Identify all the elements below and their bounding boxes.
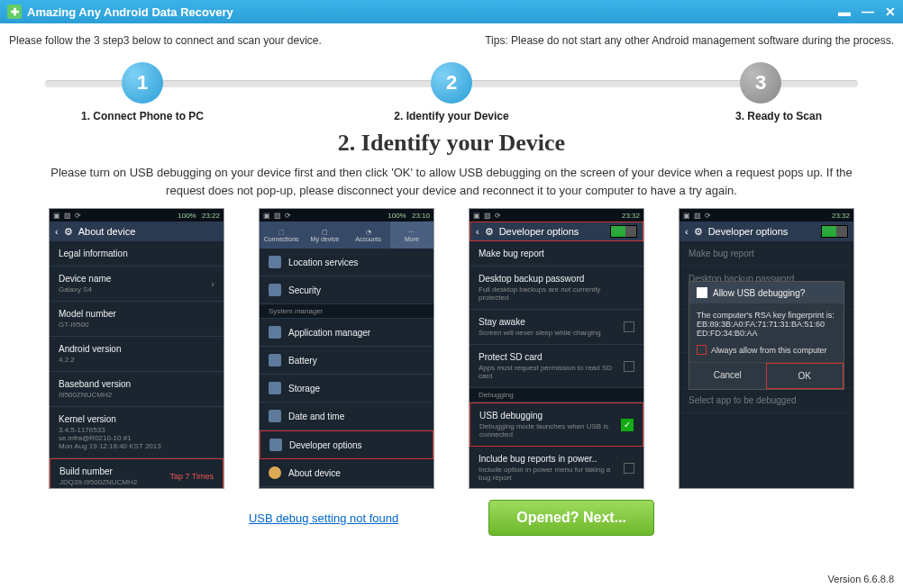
titlebar: ✚ Amazing Any Android Data Recovery ▬ — …: [0, 0, 903, 23]
close-button[interactable]: ✕: [885, 5, 896, 19]
storage-icon: [269, 382, 281, 394]
wizard-steps: 1 2 3: [27, 60, 876, 105]
instruction-text: Please follow the 3 step3 below to conne…: [9, 34, 322, 47]
dialog-cancel: Cancel: [689, 363, 766, 389]
back-icon: ‹: [55, 226, 59, 237]
step-1-circle: 1: [122, 62, 163, 104]
version-label: Version 6.6.8.8: [828, 574, 894, 584]
menu-icon[interactable]: ▬: [838, 5, 851, 19]
check-icon: ✓: [621, 419, 634, 431]
usb-debug-link[interactable]: USB debug setting not found: [249, 511, 398, 525]
location-icon: [269, 256, 281, 268]
developer-icon: [269, 439, 282, 451]
usb-dialog: Allow USB debugging? The computer's RSA …: [689, 281, 844, 390]
screenshots-row: ▣ ▧ ⟳100% 23:22 ‹⚙About device Legal inf…: [0, 208, 903, 489]
app-icon: ✚: [7, 5, 22, 19]
usb-icon: [697, 287, 707, 298]
checkbox-icon: [697, 345, 707, 355]
minimize-button[interactable]: —: [862, 5, 874, 19]
clock-icon: [269, 410, 281, 422]
step-3-label: 3. Ready to Scan: [575, 110, 867, 122]
instruction-row: Please follow the 3 step3 below to conne…: [0, 23, 903, 51]
back-icon: ‹: [476, 226, 479, 237]
phone-screenshot-4: ▣ ▧ ⟳23:32 ‹⚙Developer options Make bug …: [679, 208, 854, 489]
phone-screenshot-1: ▣ ▧ ⟳100% 23:22 ‹⚙About device Legal inf…: [49, 208, 224, 489]
battery-icon: [269, 354, 281, 366]
step-3-circle: 3: [740, 62, 781, 104]
gear-icon: ⚙: [64, 226, 73, 238]
gear-icon: ⚙: [485, 226, 494, 238]
step-1-label: 1. Connect Phone to PC: [36, 110, 328, 122]
info-icon: [269, 466, 281, 479]
next-button[interactable]: Opened? Next...: [488, 500, 654, 536]
phone-screenshot-3: ▣ ▧ ⟳23:32 ‹⚙Developer options Make bug …: [469, 208, 644, 489]
dialog-ok: OK: [766, 363, 844, 389]
step-2-circle: 2: [431, 62, 472, 104]
step-2-label: 2. Identify your Device: [328, 110, 575, 122]
phone-screenshot-2: ▣ ▧ ⟳100% 23:10 ⬚Connections ▢My device …: [259, 208, 434, 489]
lock-icon: [269, 284, 281, 296]
footer-row: USB debug setting not found Opened? Next…: [0, 500, 903, 536]
main-heading: 2. Identify your Device: [0, 130, 903, 157]
main-description: Please turn on USB debugging on your dev…: [0, 164, 903, 199]
app-title: Amazing Any Android Data Recovery: [27, 5, 838, 19]
chevron-right-icon: ›: [211, 278, 214, 289]
apps-icon: [269, 326, 281, 339]
tips-text: Tips: Please do not start any other Andr…: [485, 34, 894, 47]
wizard-labels: 1. Connect Phone to PC 2. Identify your …: [36, 110, 867, 122]
toggle-on-icon: [610, 225, 637, 238]
